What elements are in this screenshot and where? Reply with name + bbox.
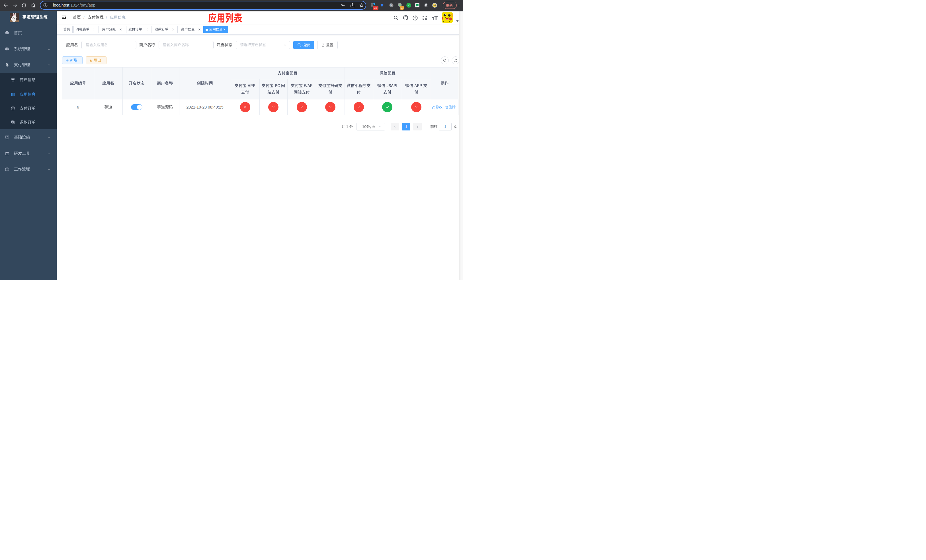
svg-text:⌘: ⌘ <box>390 4 392 7</box>
svg-text:Y: Y <box>408 4 410 7</box>
